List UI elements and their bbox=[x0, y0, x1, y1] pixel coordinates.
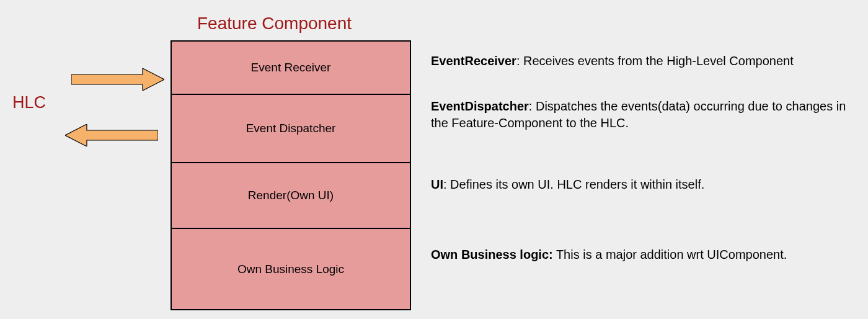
desc-business-logic: Own Business logic: This is a major addi… bbox=[431, 246, 859, 263]
desc-term: EventReceiver bbox=[431, 54, 516, 68]
desc-event-receiver: EventReceiver: Receives events from the … bbox=[431, 53, 859, 70]
descriptions: EventReceiver: Receives events from the … bbox=[431, 53, 859, 263]
layer-event-receiver: Event Receiver bbox=[172, 42, 410, 95]
arrow-left-icon bbox=[65, 124, 158, 146]
desc-text: This is a major addition wrt UIComponent… bbox=[553, 248, 787, 261]
desc-text: : Receives events from the High-Level Co… bbox=[516, 54, 794, 68]
layer-label: Event Dispatcher bbox=[246, 122, 336, 135]
desc-term: Own Business logic: bbox=[431, 248, 553, 261]
layer-label: Own Business Logic bbox=[237, 263, 344, 276]
desc-text: : Defines its own UI. HLC renders it wit… bbox=[443, 177, 704, 191]
hlc-label: HLC bbox=[12, 93, 46, 112]
desc-event-dispatcher: EventDispatcher: Dispatches the events(d… bbox=[431, 98, 859, 132]
layer-business-logic: Own Business Logic bbox=[172, 229, 410, 309]
arrow-right-icon bbox=[71, 68, 164, 91]
svg-marker-1 bbox=[65, 124, 158, 146]
desc-term: EventDispatcher bbox=[431, 99, 529, 113]
feature-component-box: Event Receiver Event Dispatcher Render(O… bbox=[170, 40, 411, 310]
layer-label: Event Receiver bbox=[251, 61, 331, 74]
desc-ui: UI: Defines its own UI. HLC renders it w… bbox=[431, 176, 859, 193]
layer-event-dispatcher: Event Dispatcher bbox=[172, 95, 410, 163]
svg-marker-0 bbox=[71, 68, 164, 91]
desc-term: UI bbox=[431, 177, 443, 191]
layer-render-ui: Render(Own UI) bbox=[172, 163, 410, 229]
diagram-title: Feature Component bbox=[197, 14, 352, 34]
layer-label: Render(Own UI) bbox=[248, 189, 334, 202]
